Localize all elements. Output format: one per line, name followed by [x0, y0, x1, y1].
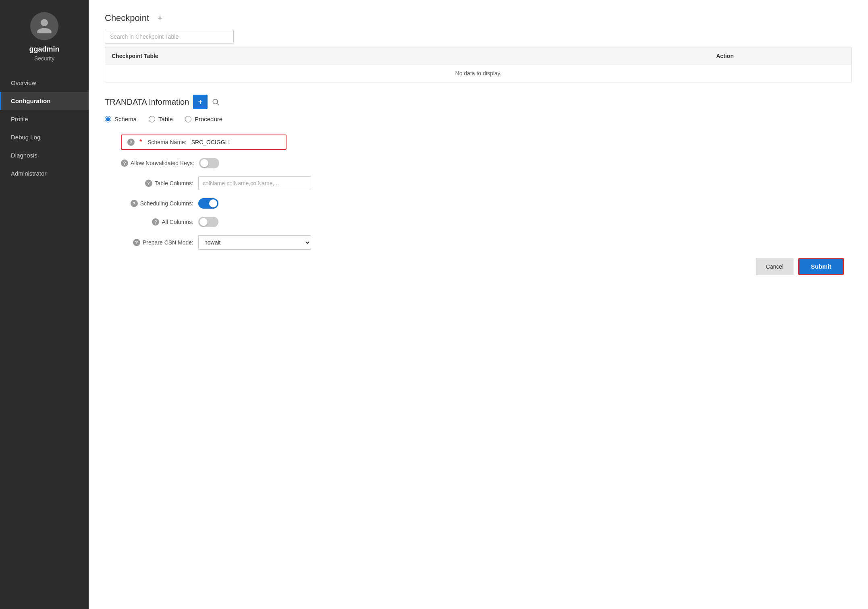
trandata-section: TRANDATA Information + Schema Table Pr	[105, 95, 852, 275]
scheduling-columns-row: ? Scheduling Columns:	[121, 198, 852, 209]
checkpoint-table: Checkpoint Table Action No data to displ…	[105, 48, 852, 83]
all-columns-knob	[199, 218, 208, 226]
allow-nonvalidated-help-icon[interactable]: ?	[121, 160, 128, 167]
trandata-title: TRANDATA Information	[105, 97, 189, 107]
trandata-radio-group: Schema Table Procedure	[105, 116, 852, 122]
schema-name-row: ? * Schema Name:	[121, 135, 852, 150]
prepare-csn-mode-row: ? Prepare CSN Mode: nowait wait skip	[121, 235, 852, 250]
checkpoint-header: Checkpoint +	[105, 12, 852, 24]
user-icon	[35, 17, 53, 35]
checkpoint-empty-row: No data to display.	[105, 64, 852, 83]
allow-nonvalidated-toggle[interactable]	[199, 158, 219, 168]
main-content: Checkpoint + Checkpoint Table Action No …	[89, 0, 868, 609]
sidebar-item-overview[interactable]: Overview	[0, 74, 89, 92]
cancel-button[interactable]: Cancel	[756, 258, 794, 275]
scheduling-columns-help-icon[interactable]: ?	[131, 200, 138, 207]
svg-line-1	[217, 104, 219, 106]
radio-schema[interactable]: Schema	[105, 116, 137, 122]
trandata-search-button[interactable]	[212, 98, 220, 106]
checkpoint-title: Checkpoint	[105, 13, 149, 23]
all-columns-row: ? All Columns:	[121, 217, 852, 227]
sidebar: ggadmin Security Overview Configuration …	[0, 0, 89, 609]
checkpoint-add-button[interactable]: +	[154, 12, 166, 24]
prepare-csn-mode-help-icon[interactable]: ?	[133, 239, 140, 246]
all-columns-help-icon[interactable]: ?	[152, 218, 159, 226]
prepare-csn-mode-select[interactable]: nowait wait skip	[198, 235, 311, 250]
trandata-add-button[interactable]: +	[193, 95, 208, 109]
sidebar-username: ggadmin	[29, 45, 60, 54]
allow-nonvalidated-keys-row: ? Allow Nonvalidated Keys:	[121, 158, 852, 168]
schema-name-highlighted-box: ? * Schema Name:	[121, 135, 287, 150]
sidebar-nav: Overview Configuration Profile Debug Log…	[0, 74, 89, 182]
radio-procedure[interactable]: Procedure	[185, 116, 222, 122]
allow-nonvalidated-knob	[200, 159, 208, 167]
schema-name-help-icon[interactable]: ?	[127, 139, 135, 146]
schema-name-label: Schema Name:	[147, 139, 186, 145]
action-row: Cancel Submit	[105, 258, 852, 275]
sidebar-item-diagnosis[interactable]: Diagnosis	[0, 146, 89, 164]
checkpoint-table-col-action: Action	[598, 48, 852, 64]
checkpoint-search-input[interactable]	[105, 30, 234, 44]
sidebar-role: Security	[34, 55, 55, 62]
sidebar-item-debug-log[interactable]: Debug Log	[0, 128, 89, 146]
prepare-csn-mode-label: ? Prepare CSN Mode:	[121, 239, 193, 246]
trandata-header: TRANDATA Information +	[105, 95, 852, 109]
table-columns-help-icon[interactable]: ?	[145, 180, 152, 187]
all-columns-toggle[interactable]	[198, 217, 218, 227]
radio-table[interactable]: Table	[149, 116, 173, 122]
sidebar-item-administrator[interactable]: Administrator	[0, 164, 89, 182]
scheduling-columns-label: ? Scheduling Columns:	[121, 200, 193, 207]
table-columns-row: ? Table Columns:	[121, 176, 852, 190]
allow-nonvalidated-track	[199, 158, 219, 168]
table-columns-label: ? Table Columns:	[121, 180, 193, 187]
schema-name-input[interactable]	[191, 139, 280, 145]
scheduling-columns-knob	[209, 199, 217, 207]
sidebar-item-configuration[interactable]: Configuration	[0, 92, 89, 110]
submit-button[interactable]: Submit	[798, 258, 844, 275]
all-columns-track	[198, 217, 218, 227]
all-columns-label: ? All Columns:	[121, 218, 193, 226]
svg-point-0	[213, 99, 218, 104]
allow-nonvalidated-keys-label: ? Allow Nonvalidated Keys:	[121, 160, 194, 167]
scheduling-columns-track	[198, 198, 218, 209]
sidebar-item-profile[interactable]: Profile	[0, 110, 89, 128]
table-columns-input[interactable]	[198, 176, 311, 190]
checkpoint-empty-message: No data to display.	[105, 64, 852, 83]
search-icon	[212, 98, 220, 106]
checkpoint-table-col-table: Checkpoint Table	[105, 48, 598, 64]
trandata-form: ? * Schema Name: ? Allow Nonvalidated Ke…	[105, 135, 852, 250]
scheduling-columns-toggle[interactable]	[198, 198, 218, 209]
avatar	[30, 12, 58, 40]
